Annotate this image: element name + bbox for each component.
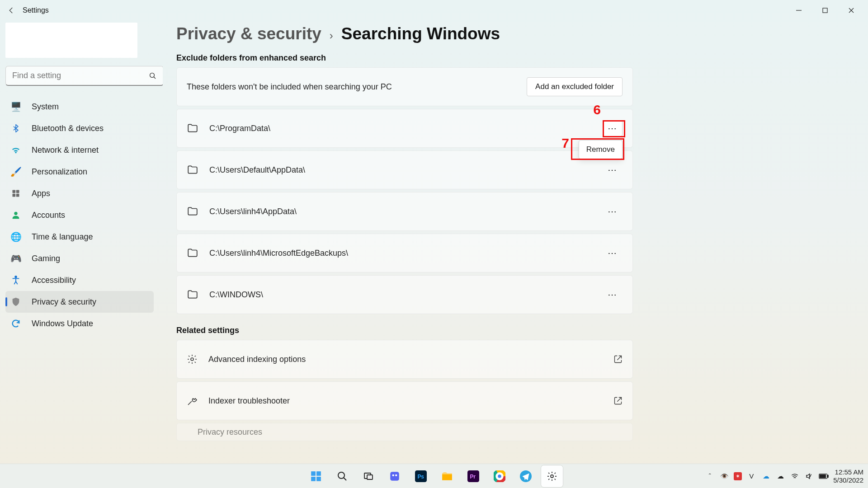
related-item-privacy-resources[interactable]: Privacy resources (176, 423, 633, 441)
sidebar-item-gaming[interactable]: 🎮Gaming (5, 248, 154, 269)
tray-icon[interactable]: ✶ (734, 472, 742, 480)
taskbar-app-chrome[interactable] (489, 465, 510, 487)
task-view-button[interactable] (358, 465, 379, 487)
gamepad-icon: 🎮 (10, 253, 22, 264)
wifi-icon[interactable] (790, 471, 800, 481)
back-button[interactable] (4, 3, 19, 18)
minimize-button[interactable] (786, 0, 812, 21)
folder-more-button[interactable]: ⋯ (603, 203, 623, 220)
folder-path: C:\Users\linh4\AppData\ (209, 207, 297, 216)
sidebar-item-label: Gaming (32, 254, 60, 263)
update-icon (10, 318, 22, 329)
sidebar-item-system[interactable]: 🖥️System (5, 96, 154, 117)
taskbar-app-premiere[interactable]: Pr (462, 465, 484, 487)
main-content: Privacy & security › Searching Windows E… (163, 21, 868, 464)
folder-path: C:\ProgramData\ (209, 124, 270, 133)
svg-rect-16 (390, 472, 399, 481)
svg-rect-31 (828, 475, 829, 477)
taskbar-app-settings[interactable] (541, 465, 563, 487)
tray-overflow-icon[interactable]: ˆ (705, 471, 715, 481)
sidebar-item-label: Accessibility (32, 276, 76, 285)
apps-icon (10, 188, 22, 199)
sidebar-item-accessibility[interactable]: Accessibility (5, 269, 154, 291)
search-input[interactable] (12, 71, 149, 80)
folder-more-button[interactable]: ⋯ (603, 245, 623, 261)
brush-icon: 🖌️ (10, 166, 22, 178)
svg-point-17 (392, 474, 394, 476)
clock-time: 12:55 AM (833, 468, 863, 476)
svg-rect-32 (820, 474, 826, 478)
open-external-icon (613, 355, 623, 364)
maximize-button[interactable] (812, 0, 838, 21)
sidebar-item-accounts[interactable]: Accounts (5, 204, 154, 226)
taskbar-app-photoshop[interactable]: Ps (410, 465, 432, 487)
svg-rect-5 (16, 194, 19, 197)
bluetooth-icon (10, 122, 22, 134)
window-title: Settings (23, 6, 49, 14)
start-button[interactable] (305, 465, 327, 487)
svg-point-13 (338, 472, 344, 479)
volume-icon[interactable] (804, 471, 814, 481)
gear-icon (187, 354, 198, 365)
related-item-advanced-indexing[interactable]: Advanced indexing options (176, 340, 633, 379)
sidebar-nav: 🖥️System Bluetooth & devices Network & i… (5, 96, 154, 334)
svg-rect-3 (16, 190, 19, 193)
sidebar-item-label: Personalization (32, 167, 87, 177)
folder-icon (187, 122, 198, 134)
context-menu-remove[interactable]: Remove (579, 140, 623, 159)
folder-icon (187, 247, 198, 259)
taskbar-search-button[interactable] (331, 465, 353, 487)
svg-rect-11 (311, 477, 316, 481)
breadcrumb-parent[interactable]: Privacy & security (176, 24, 321, 43)
sidebar-item-label: Privacy & security (32, 297, 96, 307)
taskbar-app-chat[interactable] (384, 465, 406, 487)
excluded-folder-row: C:\WINDOWS\ ⋯ (176, 275, 633, 314)
section-title-exclude: Exclude folders from enhanced search (163, 53, 633, 63)
excluded-folder-row: C:\Users\linh4\MicrosoftEdgeBackups\ ⋯ (176, 234, 633, 272)
sidebar-item-label: Apps (32, 189, 50, 198)
taskbar-app-explorer[interactable] (436, 465, 458, 487)
person-icon (10, 209, 22, 221)
folder-more-button[interactable]: ⋯ (603, 120, 623, 136)
annotation-label-7: 7 (561, 136, 569, 151)
shield-icon (10, 296, 22, 308)
search-input-wrapper[interactable] (5, 66, 163, 86)
sidebar-item-network[interactable]: Network & internet (5, 139, 154, 161)
add-excluded-folder-button[interactable]: Add an excluded folder (527, 77, 623, 96)
sidebar-item-bluetooth[interactable]: Bluetooth & devices (5, 117, 154, 139)
open-external-icon (613, 396, 623, 405)
wifi-icon (10, 144, 22, 156)
sidebar-item-privacy-security[interactable]: Privacy & security (5, 291, 154, 313)
sidebar-item-label: Network & internet (32, 145, 99, 155)
sidebar-item-windows-update[interactable]: Windows Update (5, 313, 154, 334)
folder-icon (187, 164, 198, 176)
svg-point-18 (395, 474, 397, 476)
system-tray[interactable]: ˆ 👁️ ✶ V ☁ ☁ 12:55 AM 5/30/2022 (705, 468, 868, 484)
taskbar-clock[interactable]: 12:55 AM 5/30/2022 (833, 468, 863, 484)
tray-icon[interactable]: 👁️ (719, 471, 729, 481)
related-item-label: Advanced indexing options (208, 355, 306, 364)
sidebar-item-personalization[interactable]: 🖌️Personalization (5, 161, 154, 183)
onedrive-icon[interactable]: ☁ (761, 471, 771, 481)
cloud-icon[interactable]: ☁ (775, 471, 785, 481)
context-menu-remove-label: Remove (586, 145, 615, 154)
taskbar-app-telegram[interactable] (515, 465, 537, 487)
taskbar-center: Ps Pr (305, 465, 563, 487)
search-icon (149, 72, 157, 80)
svg-rect-15 (367, 475, 373, 479)
battery-icon[interactable] (819, 471, 829, 481)
sidebar-item-apps[interactable]: Apps (5, 183, 154, 204)
related-item-indexer-troubleshooter[interactable]: Indexer troubleshooter (176, 381, 633, 420)
folder-more-button[interactable]: ⋯ (603, 162, 623, 178)
svg-rect-12 (316, 477, 321, 481)
tray-icon[interactable]: V (746, 471, 756, 481)
user-card[interactable] (5, 23, 137, 58)
sidebar-item-time-language[interactable]: 🌐Time & language (5, 226, 154, 248)
section-title-related: Related settings (163, 326, 633, 335)
svg-point-8 (191, 358, 193, 361)
folder-more-button[interactable]: ⋯ (603, 286, 623, 303)
svg-rect-10 (316, 471, 321, 476)
page-title: Searching Windows (341, 24, 500, 43)
svg-point-6 (14, 212, 17, 215)
close-button[interactable] (838, 0, 864, 21)
